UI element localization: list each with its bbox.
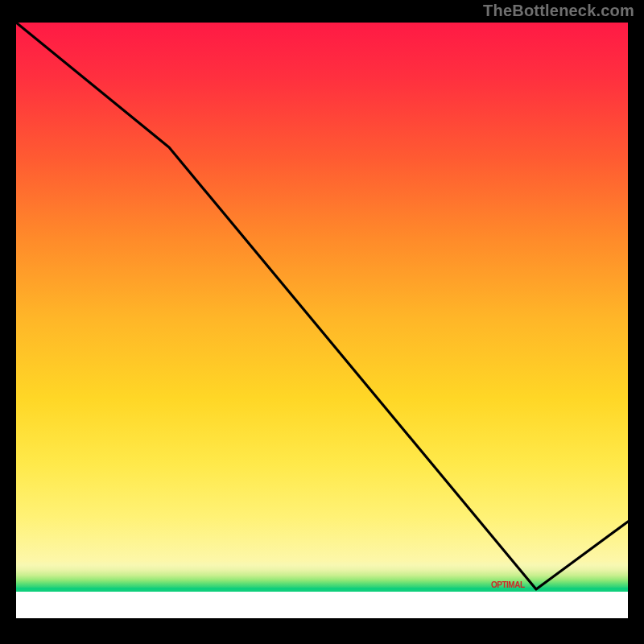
plot-area: OPTIMAL (16, 23, 628, 621)
chart-container: TheBottleneck.com OPTIMAL (0, 0, 644, 644)
watermark-text: TheBottleneck.com (483, 2, 634, 20)
optimal-annotation: OPTIMAL (491, 580, 525, 589)
bottleneck-curve (16, 23, 628, 621)
